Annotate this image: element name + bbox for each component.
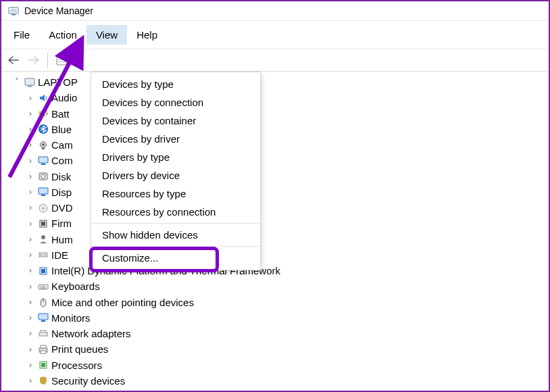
tree-item[interactable]: ›Cam (3, 137, 547, 153)
dd-devices-by-driver[interactable]: Devices by driver (91, 130, 260, 148)
svg-point-23 (43, 207, 45, 209)
tree-item[interactable]: ›DVD (3, 200, 547, 216)
collapse-icon[interactable]: ˅ (12, 76, 22, 89)
printer-icon (37, 343, 49, 356)
expand-icon[interactable]: › (26, 107, 35, 120)
ide-icon (37, 249, 49, 261)
menu-action[interactable]: Action (39, 25, 86, 45)
expand-icon[interactable]: › (26, 155, 35, 168)
tree-item[interactable]: ›Security devices (3, 373, 547, 389)
expand-icon[interactable]: › (26, 186, 35, 199)
device-tree[interactable]: ˅ LAPTOP ›Audio›Batt›Blue›Cam›Com›Disk›D… (3, 74, 547, 392)
svg-rect-36 (41, 287, 46, 288)
dd-drivers-by-device[interactable]: Drivers by device (91, 166, 260, 185)
expand-icon[interactable]: › (26, 139, 35, 151)
tree-item[interactable]: ›Blue (3, 122, 547, 137)
expand-icon[interactable]: › (26, 312, 35, 324)
tree-item-label: Processors (51, 358, 102, 373)
tree-item[interactable]: ›Processors (3, 358, 547, 373)
svg-rect-25 (41, 222, 45, 226)
menubar: File Action View Help (1, 21, 549, 49)
dd-resources-by-type[interactable]: Resources by type (91, 185, 260, 203)
keyboard-icon (37, 280, 49, 293)
tree-item[interactable]: ›Keyboards (3, 278, 547, 294)
expand-icon[interactable]: › (26, 296, 35, 309)
monitor-icon (37, 155, 49, 167)
svg-rect-44 (41, 351, 46, 353)
svg-rect-33 (40, 286, 41, 287)
disk-icon (37, 170, 49, 182)
tree-item[interactable]: ›Com (3, 153, 547, 168)
svg-rect-11 (40, 112, 45, 115)
tree-item-label: Network adapters (51, 326, 131, 341)
dd-devices-by-type[interactable]: Devices by type (91, 75, 260, 93)
expand-icon[interactable]: › (26, 233, 35, 246)
svg-point-28 (41, 254, 42, 255)
svg-point-14 (42, 143, 45, 146)
expand-icon[interactable]: › (26, 359, 35, 372)
computer-icon (24, 76, 36, 89)
tree-item[interactable]: ›Print queues (3, 341, 547, 357)
tree-item[interactable]: ›Network adapters (3, 326, 547, 341)
menu-view[interactable]: View (86, 25, 127, 45)
expand-icon[interactable]: › (26, 264, 35, 277)
tree-item[interactable]: ›Hum (3, 232, 547, 247)
view-dropdown: Devices by type Devices by connection De… (91, 72, 261, 270)
tree-item-label: Software devices (51, 389, 128, 392)
expand-icon[interactable]: › (26, 327, 35, 340)
tree-item[interactable]: ›Audio (3, 90, 547, 105)
battery-icon (37, 107, 49, 120)
svg-rect-43 (41, 345, 46, 348)
svg-rect-1 (10, 9, 17, 12)
svg-rect-32 (39, 285, 48, 289)
expand-icon[interactable]: › (26, 92, 35, 105)
tree-root[interactable]: ˅ LAPTOP (3, 74, 547, 90)
tree-root-label: LAPTOP (38, 74, 78, 90)
monitor-icon (37, 312, 49, 324)
dd-devices-by-container[interactable]: Devices by container (91, 112, 260, 130)
menu-file[interactable]: File (4, 25, 39, 45)
expand-icon[interactable]: › (26, 201, 35, 214)
svg-rect-21 (41, 195, 45, 196)
dropdown-separator (91, 246, 260, 247)
cpu-icon (37, 359, 49, 371)
tree-item-label: Com (51, 153, 73, 168)
tree-item[interactable]: ›Firm (3, 216, 547, 231)
svg-rect-39 (39, 314, 48, 320)
dd-resources-by-connection[interactable]: Resources by connection (91, 203, 260, 221)
expand-icon[interactable]: › (26, 343, 35, 356)
expand-icon[interactable]: › (26, 123, 35, 136)
tree-item-label: Security devices (51, 373, 125, 389)
tree-item-label: IDE (51, 247, 68, 263)
expand-icon[interactable]: › (26, 249, 35, 262)
dd-show-hidden-devices[interactable]: Show hidden devices (91, 226, 260, 244)
forward-button[interactable] (26, 52, 42, 68)
tree-item-label: Blue (51, 122, 72, 137)
tree-item-label: Monitors (51, 310, 91, 326)
tree-item[interactable]: ›Batt (3, 106, 547, 122)
svg-point-29 (45, 254, 46, 255)
properties-button[interactable] (53, 52, 70, 68)
tree-item[interactable]: ›Monitors (3, 310, 547, 326)
tree-item-label: Keyboards (51, 278, 100, 294)
expand-icon[interactable]: › (26, 280, 35, 293)
dd-customize[interactable]: Customize... (91, 249, 260, 267)
tree-item[interactable]: ›Mice and other pointing devices (3, 295, 547, 310)
expand-icon[interactable]: › (26, 374, 35, 387)
svg-point-26 (41, 235, 45, 239)
expand-icon[interactable]: › (26, 170, 35, 183)
tree-item[interactable]: ›Disk (3, 169, 547, 185)
back-button[interactable] (5, 52, 22, 68)
tree-item-label: Audio (51, 90, 77, 105)
menu-help[interactable]: Help (127, 25, 167, 45)
tree-item[interactable]: ›Disp (3, 185, 547, 200)
tree-item[interactable]: ›Software devices (3, 389, 547, 392)
audio-icon (37, 92, 49, 104)
dd-drivers-by-type[interactable]: Drivers by type (91, 148, 260, 166)
tree-item[interactable]: ›IDE (3, 247, 547, 263)
svg-rect-8 (28, 86, 32, 87)
dd-devices-by-connection[interactable]: Devices by connection (91, 93, 260, 112)
tree-item[interactable]: ›Intel(R) Dynamic Platform and Thermal F… (3, 263, 547, 278)
expand-icon[interactable]: › (26, 218, 35, 230)
bluetooth-icon (37, 123, 49, 135)
